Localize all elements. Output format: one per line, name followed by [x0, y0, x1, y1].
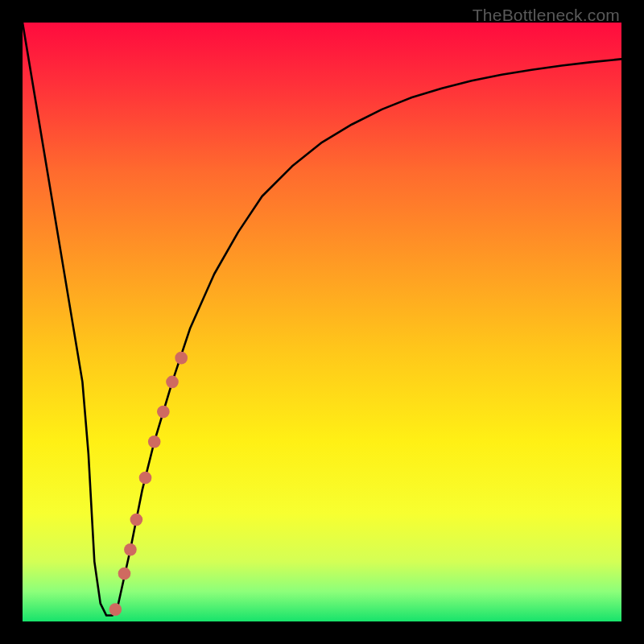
highlight-dot: [118, 568, 131, 580]
highlight-dot: [157, 406, 170, 419]
highlight-dot: [130, 514, 143, 526]
bottleneck-curve: [23, 23, 621, 616]
highlight-dot: [148, 436, 161, 448]
marker-group: [109, 352, 188, 616]
highlight-dot: [139, 472, 152, 485]
highlight-dot: [166, 376, 179, 389]
plot-area: [23, 23, 621, 621]
curve-layer: [23, 23, 621, 621]
highlight-dot: [175, 352, 188, 365]
highlight-dot: [124, 543, 137, 556]
chart-frame: TheBottleneck.com: [0, 0, 644, 644]
highlight-dot: [109, 603, 122, 616]
